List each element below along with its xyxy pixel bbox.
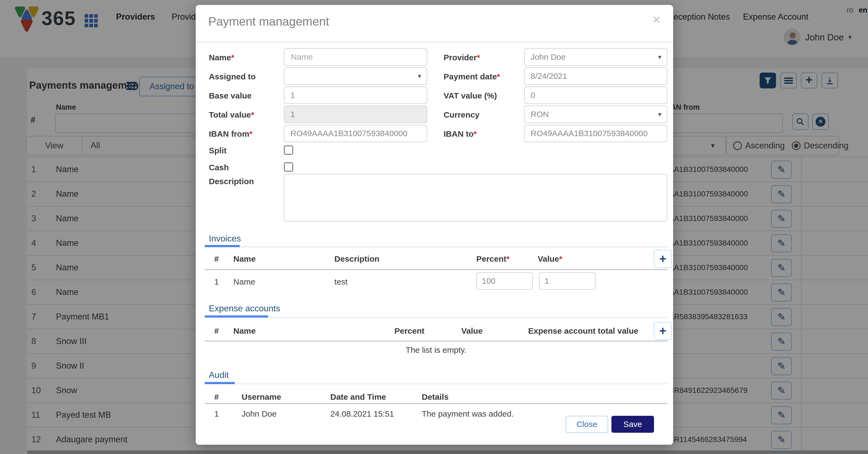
iban-to-field[interactable]: RO49AAAA1B31007593840000: [524, 125, 668, 142]
invoice-percent-input[interactable]: 100: [476, 272, 533, 290]
total-value-label: Total value*: [209, 110, 254, 120]
active-tab-underline: [205, 382, 235, 384]
audit-row-datetime: 24.08.2021 15:51: [330, 409, 394, 419]
split-label: Split: [209, 146, 226, 155]
chevron-down-icon: ▾: [418, 72, 421, 80]
add-invoice-button[interactable]: +: [654, 250, 672, 268]
tab-invoices[interactable]: Invoices: [209, 233, 241, 244]
tab-audit[interactable]: Audit: [209, 370, 229, 380]
tab-expense-accounts[interactable]: Expense accounts: [209, 303, 280, 314]
expense-header-divider: [205, 340, 668, 342]
currency-select[interactable]: RON▾: [524, 106, 668, 123]
tab-divider: [205, 247, 668, 247]
audit-row-details: The payment was added.: [422, 409, 514, 419]
modal-header-divider: [196, 41, 673, 43]
base-value-field[interactable]: 1: [284, 87, 427, 104]
provider-label: Provider*: [443, 53, 480, 62]
screen: 365 Providers Provider Reception Notes E…: [0, 0, 868, 454]
iban-from-field[interactable]: RO49AAAA1B31007593840000: [284, 125, 427, 142]
expense-header-index: #: [214, 326, 219, 335]
payment-management-modal: Payment management ✕ Name* Assigned to ▾…: [196, 5, 673, 445]
audit-header-index: #: [214, 392, 219, 401]
invoices-header-index: #: [214, 254, 219, 264]
audit-row-username: John Doe: [242, 409, 277, 419]
total-value-field: 1: [284, 106, 427, 123]
assigned-to-label: Assigned to: [209, 72, 256, 81]
plus-icon: +: [659, 325, 666, 337]
active-tab-underline: [205, 245, 240, 247]
expense-header-total: Expense account total value: [528, 326, 638, 335]
invoice-row-description: test: [334, 277, 347, 287]
invoices-header-description: Description: [334, 254, 379, 264]
iban-from-label: IBAN from*: [209, 129, 252, 139]
currency-label: Currency: [443, 110, 479, 120]
vat-value-field[interactable]: 0: [524, 87, 668, 104]
name-label: Name*: [209, 53, 234, 62]
save-button[interactable]: Save: [612, 416, 654, 433]
tab-divider: [205, 384, 668, 384]
invoice-row-name: Name: [234, 277, 255, 287]
cash-checkbox[interactable]: [284, 162, 293, 172]
payment-date-field[interactable]: 8/24/2021: [524, 67, 668, 85]
provider-select[interactable]: John Doe▾: [524, 48, 668, 66]
split-checkbox[interactable]: [284, 145, 293, 155]
modal-title: Payment management: [208, 15, 329, 28]
audit-header-username: Username: [242, 392, 281, 401]
vat-value-label: VAT value (%): [443, 91, 497, 100]
cash-label: Cash: [209, 163, 229, 172]
audit-header-divider: [205, 403, 668, 404]
expense-header-percent: Percent: [395, 326, 425, 335]
add-expense-account-button[interactable]: +: [654, 322, 672, 340]
assigned-to-select[interactable]: ▾: [284, 67, 427, 85]
chevron-down-icon: ▾: [658, 110, 661, 118]
audit-header-datetime: Date and Time: [330, 392, 386, 401]
empty-list-text: The list is empty.: [205, 346, 668, 355]
invoice-row-index: 1: [214, 277, 219, 287]
invoices-header-name: Name: [234, 254, 256, 264]
iban-to-label: IBAN to*: [443, 129, 477, 139]
base-value-label: Base value: [209, 91, 252, 100]
invoices-header-divider: [205, 269, 668, 270]
description-textarea[interactable]: [284, 174, 668, 222]
invoices-header-percent: Percent*: [476, 254, 509, 264]
tab-divider: [205, 317, 668, 318]
payment-date-label: Payment date*: [443, 72, 500, 81]
invoices-header-value: Value*: [538, 254, 562, 264]
active-tab-underline: [205, 315, 268, 318]
name-input[interactable]: [290, 52, 421, 62]
description-label: Description: [209, 177, 254, 186]
expense-header-value: Value: [461, 326, 483, 335]
name-field[interactable]: [284, 48, 427, 66]
plus-icon: +: [659, 253, 666, 265]
expense-header-name: Name: [234, 326, 256, 335]
close-icon[interactable]: ✕: [650, 13, 663, 26]
invoice-value-input[interactable]: 1: [539, 272, 596, 290]
audit-header-details: Details: [422, 392, 448, 401]
close-button[interactable]: Close: [565, 416, 608, 433]
audit-row-index: 1: [214, 409, 219, 419]
chevron-down-icon: ▾: [658, 53, 661, 61]
